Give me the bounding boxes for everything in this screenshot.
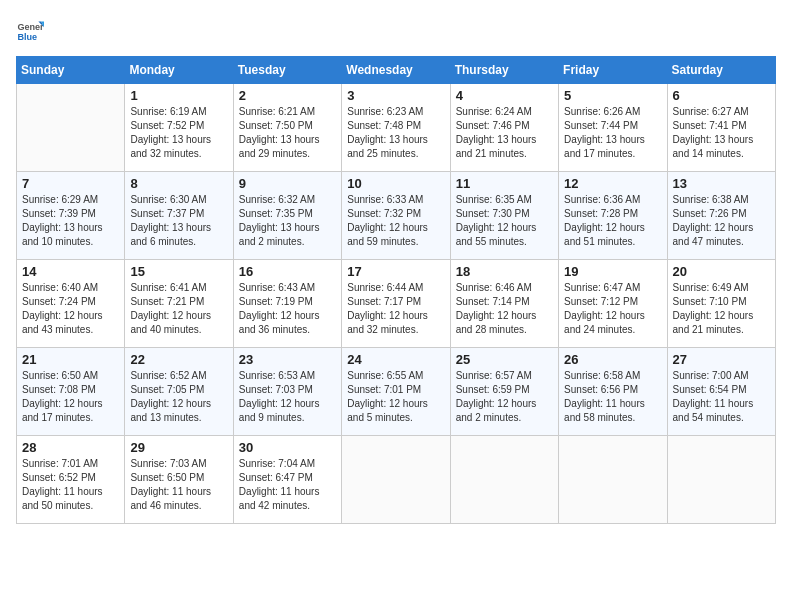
sunrise-text: Sunrise: 6:46 AM — [456, 281, 553, 295]
cell-text: Sunrise: 6:33 AM Sunset: 7:32 PM Dayligh… — [347, 193, 444, 249]
calendar-cell: 5 Sunrise: 6:26 AM Sunset: 7:44 PM Dayli… — [559, 84, 667, 172]
sunset-text: Sunset: 7:32 PM — [347, 207, 444, 221]
cell-text: Sunrise: 6:26 AM Sunset: 7:44 PM Dayligh… — [564, 105, 661, 161]
cell-text: Sunrise: 6:55 AM Sunset: 7:01 PM Dayligh… — [347, 369, 444, 425]
calendar-cell: 17 Sunrise: 6:44 AM Sunset: 7:17 PM Dayl… — [342, 260, 450, 348]
sunset-text: Sunset: 7:39 PM — [22, 207, 119, 221]
daylight-text: Daylight: 12 hours and 32 minutes. — [347, 309, 444, 337]
calendar-header: SundayMondayTuesdayWednesdayThursdayFrid… — [17, 57, 776, 84]
cell-text: Sunrise: 6:30 AM Sunset: 7:37 PM Dayligh… — [130, 193, 227, 249]
calendar-cell: 16 Sunrise: 6:43 AM Sunset: 7:19 PM Dayl… — [233, 260, 341, 348]
cell-text: Sunrise: 6:29 AM Sunset: 7:39 PM Dayligh… — [22, 193, 119, 249]
cell-text: Sunrise: 7:01 AM Sunset: 6:52 PM Dayligh… — [22, 457, 119, 513]
day-number: 25 — [456, 352, 553, 367]
header-row: SundayMondayTuesdayWednesdayThursdayFrid… — [17, 57, 776, 84]
logo-icon: General Blue — [16, 16, 44, 44]
calendar-week: 14 Sunrise: 6:40 AM Sunset: 7:24 PM Dayl… — [17, 260, 776, 348]
cell-text: Sunrise: 6:24 AM Sunset: 7:46 PM Dayligh… — [456, 105, 553, 161]
header-cell: Monday — [125, 57, 233, 84]
day-number: 19 — [564, 264, 661, 279]
sunset-text: Sunset: 7:28 PM — [564, 207, 661, 221]
cell-text: Sunrise: 7:00 AM Sunset: 6:54 PM Dayligh… — [673, 369, 770, 425]
daylight-text: Daylight: 12 hours and 43 minutes. — [22, 309, 119, 337]
header: General Blue — [16, 16, 776, 44]
sunrise-text: Sunrise: 6:50 AM — [22, 369, 119, 383]
sunset-text: Sunset: 7:21 PM — [130, 295, 227, 309]
day-number: 26 — [564, 352, 661, 367]
svg-text:General: General — [17, 22, 44, 32]
sunrise-text: Sunrise: 6:53 AM — [239, 369, 336, 383]
daylight-text: Daylight: 12 hours and 51 minutes. — [564, 221, 661, 249]
daylight-text: Daylight: 12 hours and 9 minutes. — [239, 397, 336, 425]
calendar-cell: 3 Sunrise: 6:23 AM Sunset: 7:48 PM Dayli… — [342, 84, 450, 172]
day-number: 22 — [130, 352, 227, 367]
calendar-table: SundayMondayTuesdayWednesdayThursdayFrid… — [16, 56, 776, 524]
calendar-cell: 19 Sunrise: 6:47 AM Sunset: 7:12 PM Dayl… — [559, 260, 667, 348]
day-number: 23 — [239, 352, 336, 367]
cell-text: Sunrise: 6:19 AM Sunset: 7:52 PM Dayligh… — [130, 105, 227, 161]
cell-text: Sunrise: 6:21 AM Sunset: 7:50 PM Dayligh… — [239, 105, 336, 161]
sunrise-text: Sunrise: 6:26 AM — [564, 105, 661, 119]
cell-text: Sunrise: 6:50 AM Sunset: 7:08 PM Dayligh… — [22, 369, 119, 425]
daylight-text: Daylight: 13 hours and 29 minutes. — [239, 133, 336, 161]
calendar-cell: 20 Sunrise: 6:49 AM Sunset: 7:10 PM Dayl… — [667, 260, 775, 348]
calendar-cell: 30 Sunrise: 7:04 AM Sunset: 6:47 PM Dayl… — [233, 436, 341, 524]
sunrise-text: Sunrise: 6:27 AM — [673, 105, 770, 119]
daylight-text: Daylight: 12 hours and 55 minutes. — [456, 221, 553, 249]
sunset-text: Sunset: 7:48 PM — [347, 119, 444, 133]
day-number: 5 — [564, 88, 661, 103]
day-number: 17 — [347, 264, 444, 279]
sunset-text: Sunset: 6:59 PM — [456, 383, 553, 397]
daylight-text: Daylight: 13 hours and 25 minutes. — [347, 133, 444, 161]
sunset-text: Sunset: 7:14 PM — [456, 295, 553, 309]
cell-text: Sunrise: 6:27 AM Sunset: 7:41 PM Dayligh… — [673, 105, 770, 161]
cell-text: Sunrise: 6:49 AM Sunset: 7:10 PM Dayligh… — [673, 281, 770, 337]
daylight-text: Daylight: 13 hours and 2 minutes. — [239, 221, 336, 249]
cell-text: Sunrise: 7:04 AM Sunset: 6:47 PM Dayligh… — [239, 457, 336, 513]
header-cell: Thursday — [450, 57, 558, 84]
header-cell: Friday — [559, 57, 667, 84]
day-number: 1 — [130, 88, 227, 103]
cell-text: Sunrise: 6:52 AM Sunset: 7:05 PM Dayligh… — [130, 369, 227, 425]
sunrise-text: Sunrise: 6:24 AM — [456, 105, 553, 119]
day-number: 10 — [347, 176, 444, 191]
cell-text: Sunrise: 6:44 AM Sunset: 7:17 PM Dayligh… — [347, 281, 444, 337]
sunrise-text: Sunrise: 6:55 AM — [347, 369, 444, 383]
day-number: 28 — [22, 440, 119, 455]
header-cell: Tuesday — [233, 57, 341, 84]
calendar-cell: 25 Sunrise: 6:57 AM Sunset: 6:59 PM Dayl… — [450, 348, 558, 436]
calendar-cell: 13 Sunrise: 6:38 AM Sunset: 7:26 PM Dayl… — [667, 172, 775, 260]
sunset-text: Sunset: 6:47 PM — [239, 471, 336, 485]
sunset-text: Sunset: 6:54 PM — [673, 383, 770, 397]
day-number: 4 — [456, 88, 553, 103]
day-number: 6 — [673, 88, 770, 103]
day-number: 13 — [673, 176, 770, 191]
daylight-text: Daylight: 12 hours and 13 minutes. — [130, 397, 227, 425]
calendar-cell: 29 Sunrise: 7:03 AM Sunset: 6:50 PM Dayl… — [125, 436, 233, 524]
sunset-text: Sunset: 7:50 PM — [239, 119, 336, 133]
cell-text: Sunrise: 6:38 AM Sunset: 7:26 PM Dayligh… — [673, 193, 770, 249]
calendar-cell: 14 Sunrise: 6:40 AM Sunset: 7:24 PM Dayl… — [17, 260, 125, 348]
sunrise-text: Sunrise: 6:41 AM — [130, 281, 227, 295]
sunrise-text: Sunrise: 7:04 AM — [239, 457, 336, 471]
calendar-cell: 9 Sunrise: 6:32 AM Sunset: 7:35 PM Dayli… — [233, 172, 341, 260]
sunrise-text: Sunrise: 6:33 AM — [347, 193, 444, 207]
sunrise-text: Sunrise: 6:36 AM — [564, 193, 661, 207]
cell-text: Sunrise: 6:40 AM Sunset: 7:24 PM Dayligh… — [22, 281, 119, 337]
header-cell: Wednesday — [342, 57, 450, 84]
sunrise-text: Sunrise: 6:52 AM — [130, 369, 227, 383]
sunset-text: Sunset: 7:01 PM — [347, 383, 444, 397]
sunrise-text: Sunrise: 7:00 AM — [673, 369, 770, 383]
calendar-cell — [450, 436, 558, 524]
calendar-cell — [667, 436, 775, 524]
daylight-text: Daylight: 11 hours and 58 minutes. — [564, 397, 661, 425]
sunset-text: Sunset: 7:17 PM — [347, 295, 444, 309]
cell-text: Sunrise: 6:23 AM Sunset: 7:48 PM Dayligh… — [347, 105, 444, 161]
header-cell: Sunday — [17, 57, 125, 84]
calendar-cell: 18 Sunrise: 6:46 AM Sunset: 7:14 PM Dayl… — [450, 260, 558, 348]
sunrise-text: Sunrise: 7:03 AM — [130, 457, 227, 471]
sunset-text: Sunset: 7:19 PM — [239, 295, 336, 309]
day-number: 12 — [564, 176, 661, 191]
calendar-cell — [342, 436, 450, 524]
calendar-cell: 15 Sunrise: 6:41 AM Sunset: 7:21 PM Dayl… — [125, 260, 233, 348]
